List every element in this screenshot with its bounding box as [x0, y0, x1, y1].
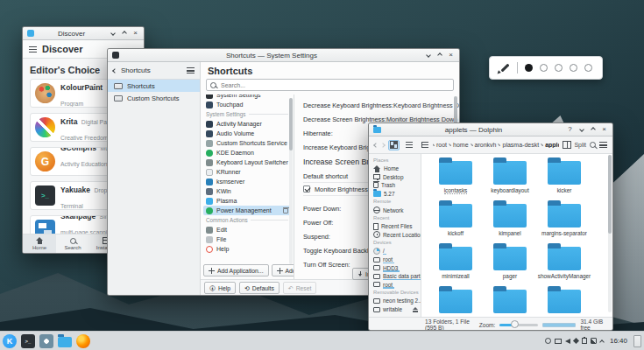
taskbar-system-settings-icon[interactable]: [39, 334, 53, 348]
taskbar-dolphin-icon[interactable]: [58, 337, 72, 347]
list-scrollbar[interactable]: [289, 98, 293, 264]
place-desktop[interactable]: Desktop: [373, 173, 421, 182]
device-basic-data-partition[interactable]: Basic data partiti...: [373, 272, 421, 281]
details-view-button[interactable]: [403, 140, 414, 150]
tray-display-icon[interactable]: [555, 339, 562, 344]
device-root[interactable]: root: [373, 256, 421, 264]
tray-volume-icon[interactable]: [565, 339, 570, 344]
search-box[interactable]: [206, 79, 454, 91]
maximize-button[interactable]: [589, 126, 597, 134]
size-dot-option[interactable]: [584, 64, 592, 72]
tray-updates-icon[interactable]: [545, 338, 551, 344]
folder-item-kickoff[interactable]: kickoff: [428, 200, 483, 243]
tab-home[interactable]: Home: [23, 234, 56, 253]
list-item-ksmserver[interactable]: ksmserver: [203, 177, 291, 186]
size-dot-option[interactable]: [555, 64, 563, 72]
search-input[interactable]: [221, 82, 453, 88]
sidebar-item-shortcuts[interactable]: Shortcuts: [108, 80, 200, 92]
tray-clipboard-icon[interactable]: [582, 338, 587, 344]
breadcrumb-user[interactable]: aronkvh: [475, 142, 497, 148]
folder-item-kicker[interactable]: kicker: [537, 158, 591, 200]
trash-icon[interactable]: [283, 208, 288, 214]
minimize-button[interactable]: [109, 30, 117, 38]
minimize-button[interactable]: [424, 52, 432, 60]
place-trash[interactable]: Trash: [373, 181, 421, 190]
list-item-kwin[interactable]: KWin: [203, 186, 291, 196]
hamburger-menu-icon[interactable]: [599, 142, 607, 148]
dolphin-titlebar[interactable]: applets — Dolphin ? ×: [369, 123, 612, 136]
place-recent-files[interactable]: Recent Files: [373, 222, 421, 231]
split-button[interactable]: Split: [563, 141, 586, 149]
folder-item[interactable]: [483, 286, 537, 317]
folder-item-minimizeall[interactable]: minimizeall: [428, 243, 483, 286]
tray-expander-icon[interactable]: [599, 340, 605, 345]
discover-titlebar[interactable]: Discover ×: [23, 27, 144, 40]
place-home[interactable]: Home: [373, 164, 421, 173]
list-item-help[interactable]: Help: [203, 244, 291, 254]
back-icon[interactable]: [373, 143, 379, 148]
list-item-touchpad[interactable]: Touchpad: [203, 100, 291, 109]
list-item-power-management[interactable]: Power Management: [203, 206, 291, 215]
show-desktop-button[interactable]: [633, 335, 641, 347]
device-root-2[interactable]: root: [373, 281, 421, 290]
zoom-slider[interactable]: [499, 324, 538, 326]
shortcut-row[interactable]: Decrease Keyboard Brightness: Keyboard B…: [303, 98, 447, 112]
list-item-custom-shortcuts-service[interactable]: Custom Shortcuts Service: [203, 138, 291, 148]
back-icon[interactable]: [112, 68, 117, 74]
minimize-button[interactable]: [577, 126, 585, 134]
reset-button[interactable]: ↶Reset: [283, 282, 317, 294]
device-root-partition[interactable]: /: [373, 247, 421, 256]
menu-icon[interactable]: [29, 46, 37, 52]
grid-scrollbar[interactable]: [608, 155, 612, 312]
list-item-keyboard-layout-switcher[interactable]: Keyboard Layout Switcher: [203, 158, 291, 167]
application-launcher-icon[interactable]: [3, 334, 17, 348]
add-command-button[interactable]: Add Command...: [272, 264, 294, 276]
sidebar-item-custom-shortcuts[interactable]: Custom Shortcuts: [108, 92, 200, 104]
place-recent-locations[interactable]: Recent Locations: [373, 231, 421, 240]
eject-icon[interactable]: [412, 307, 418, 312]
size-dot-option[interactable]: [570, 64, 577, 72]
checkbox-checked-icon[interactable]: [303, 186, 310, 192]
folder-item-showactivitymanager[interactable]: showActivityManager: [537, 243, 591, 286]
maximize-button[interactable]: [435, 52, 443, 60]
folder-item-pager[interactable]: pager: [483, 243, 537, 286]
place-network[interactable]: Network: [373, 206, 421, 214]
system-settings-titlebar[interactable]: Shortcuts — System Settings ×: [108, 49, 459, 62]
forward-icon[interactable]: [380, 143, 386, 148]
clock[interactable]: 16:40: [607, 337, 630, 345]
breadcrumb-root[interactable]: root: [436, 142, 447, 148]
folder-item-keyboardlayout[interactable]: keyboardlayout: [483, 158, 537, 200]
list-item-plasma[interactable]: Plasma: [203, 196, 291, 206]
list-item-file[interactable]: File: [203, 234, 291, 244]
breadcrumb-plasma-desktop[interactable]: plasma-deskt: [502, 142, 539, 148]
close-button[interactable]: ×: [447, 52, 455, 60]
hamburger-icon[interactable]: [187, 67, 195, 74]
close-button[interactable]: ×: [131, 30, 139, 38]
removable-neon-testing[interactable]: neon testing 2...: [373, 297, 421, 305]
folder-item[interactable]: [428, 286, 483, 317]
place-folder[interactable]: 5.27: [373, 190, 421, 199]
list-item-kde-daemon[interactable]: KDE Daemon: [203, 148, 291, 158]
help-button[interactable]: ?: [566, 126, 574, 134]
tab-search[interactable]: Search: [56, 234, 89, 253]
folder-item-margins-separator[interactable]: margins-separator: [537, 200, 591, 243]
folder-item-kimpanel[interactable]: kimpanel: [483, 200, 537, 243]
list-item-audio-volume[interactable]: Audio Volume: [203, 129, 291, 138]
tree-view-button[interactable]: [418, 140, 429, 150]
maximize-button[interactable]: [120, 30, 128, 38]
list-item-activity-manager[interactable]: Activity Manager: [203, 119, 291, 129]
list-item-edit[interactable]: Edit: [203, 225, 291, 234]
slider-handle[interactable]: [511, 320, 519, 328]
size-dot-option[interactable]: [540, 64, 548, 72]
folder-item-icontasks[interactable]: icontasks: [428, 158, 483, 200]
breadcrumb-current[interactable]: applets: [545, 142, 559, 148]
breadcrumb-home[interactable]: home: [453, 142, 469, 148]
size-dot-selected[interactable]: [525, 64, 533, 72]
taskbar-firefox-icon[interactable]: [76, 334, 90, 348]
removable-writable[interactable]: writable: [373, 305, 421, 314]
icons-view-button[interactable]: [388, 140, 400, 150]
pen-tool-icon[interactable]: [498, 62, 510, 74]
help-button[interactable]: 🛈Help: [204, 282, 236, 294]
device-hdd3[interactable]: HDD3: [373, 263, 421, 272]
tray-network-icon[interactable]: [591, 338, 597, 344]
